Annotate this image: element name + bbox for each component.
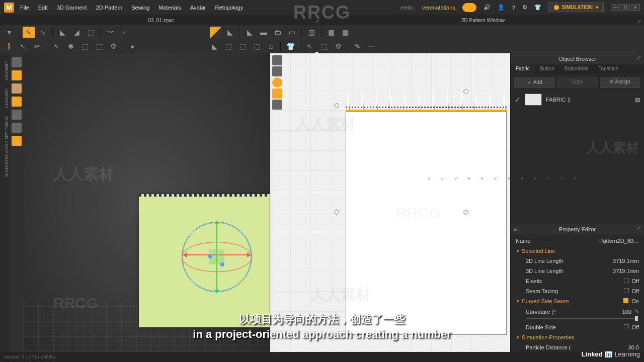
- fabric-swatch[interactable]: [525, 94, 542, 106]
- tool-line[interactable]: ⟋: [118, 27, 130, 38]
- tab-2d-window[interactable]: 2D Pattern Window ⤢: [322, 18, 644, 23]
- tool-g4[interactable]: ⬚: [251, 41, 263, 52]
- tab-buttonhole[interactable]: Buttonhole: [559, 64, 594, 74]
- tool-rect[interactable]: ▬: [258, 27, 270, 38]
- cloud-icon[interactable]: [462, 3, 476, 12]
- texture-view-icon[interactable]: [12, 70, 22, 80]
- tab-3d-window[interactable]: 03_01.zpac ⤢: [0, 18, 322, 23]
- prop-seam-value[interactable]: Off: [589, 288, 639, 294]
- material-view-icon[interactable]: [12, 97, 22, 107]
- tool-f6[interactable]: ⬚: [93, 41, 105, 52]
- close-button[interactable]: ×: [631, 4, 640, 11]
- 2d-icon-material[interactable]: [272, 88, 282, 99]
- tab-topstitch[interactable]: Topstitch: [594, 64, 623, 74]
- tool-folder[interactable]: 🗀: [272, 27, 284, 38]
- copy-button[interactable]: Copy: [556, 76, 598, 88]
- head-icon[interactable]: [12, 123, 22, 133]
- vtab-history[interactable]: HISTORY: [0, 84, 10, 113]
- tool-iron[interactable]: ⌂: [265, 41, 277, 52]
- tool-e[interactable]: ◣: [244, 27, 256, 38]
- vtab-modular[interactable]: MODULAR CONFIGURATOR: [0, 113, 10, 181]
- menu-edit[interactable]: Edit: [38, 5, 48, 11]
- 2d-icon-2[interactable]: [272, 66, 282, 76]
- menu-2dpattern[interactable]: 2D Pattern: [96, 5, 123, 11]
- tool-columns[interactable]: ▥: [305, 27, 317, 38]
- reset-icon[interactable]: ✎: [634, 308, 639, 315]
- tool-a[interactable]: ◣: [56, 27, 68, 38]
- gizmo-handle[interactable]: [220, 262, 224, 266]
- vtab-library[interactable]: LIBRARY: [0, 57, 10, 84]
- tool-grid[interactable]: ▦: [325, 27, 337, 38]
- tool-f4[interactable]: ✱: [65, 41, 77, 52]
- prop-curvature-value[interactable]: 100: [581, 309, 631, 315]
- tool-g1[interactable]: ◣: [208, 41, 220, 52]
- tool-b[interactable]: ◢: [70, 27, 83, 38]
- tool-h1[interactable]: ↖: [304, 41, 316, 52]
- sound-icon[interactable]: 🔊: [484, 4, 491, 11]
- menu-3dgarment[interactable]: 3D Garment: [57, 5, 87, 11]
- avatar-view-icon[interactable]: [12, 83, 22, 94]
- tool-shirt[interactable]: 👕: [284, 41, 296, 52]
- 3d-viewport[interactable]: 人人素材 RRCG RRCG: [23, 53, 270, 352]
- pattern-icon[interactable]: [12, 110, 22, 120]
- tool-move[interactable]: ⤡: [37, 27, 49, 38]
- tool-triangle[interactable]: [210, 27, 222, 38]
- menu-file[interactable]: File: [20, 5, 29, 11]
- help-icon[interactable]: ?: [512, 5, 515, 11]
- collapse-icon[interactable]: «: [514, 226, 517, 232]
- shirt-view-icon[interactable]: [12, 57, 22, 67]
- tool-pen[interactable]: ✎: [352, 41, 364, 52]
- 2d-icon-5[interactable]: [272, 100, 282, 110]
- globe-icon[interactable]: [12, 136, 22, 146]
- section-sim-props[interactable]: ▼ Simulation Properties: [511, 332, 644, 342]
- gizmo-handle[interactable]: [208, 254, 212, 258]
- tool-select[interactable]: ↖: [23, 27, 35, 38]
- tab-fabric[interactable]: Fabric: [511, 64, 535, 74]
- popout-icon[interactable]: ⤢: [636, 54, 641, 61]
- section-selected-line[interactable]: ▼ Selected Line: [511, 246, 644, 256]
- curvature-slider[interactable]: [526, 318, 638, 319]
- menu-avatar[interactable]: Avatar: [190, 5, 206, 11]
- tool-h2[interactable]: ⬚: [318, 41, 330, 52]
- tool-c[interactable]: ⬚: [85, 27, 97, 38]
- pattern-piece[interactable]: vvvvvvvvvvvv: [346, 111, 507, 335]
- tool-gear[interactable]: ⚙: [107, 41, 119, 52]
- menu-sewing[interactable]: Sewing: [131, 5, 149, 11]
- tool-f5[interactable]: ⬚: [79, 41, 91, 52]
- 2d-icon-info[interactable]: [272, 77, 282, 87]
- tool-d[interactable]: ◣: [224, 27, 236, 38]
- transform-gizmo[interactable]: [179, 219, 255, 295]
- prop-elastic-value[interactable]: Off: [589, 278, 639, 284]
- assign-button[interactable]: ≡' Assign: [599, 76, 641, 88]
- 2d-viewport[interactable]: ↖ vvvvvvvvvvvv 人人素材 RRCG 人人素材: [270, 53, 510, 352]
- tool-curve[interactable]: 〰: [104, 27, 116, 38]
- popout-icon[interactable]: ⤢: [636, 225, 641, 231]
- 2d-icon-1[interactable]: [272, 55, 282, 65]
- minimize-button[interactable]: —: [611, 4, 620, 11]
- tool-gear2[interactable]: ⚙: [332, 41, 344, 52]
- tool-f2[interactable]: ✂: [31, 41, 43, 52]
- tab-button[interactable]: Button: [535, 64, 559, 74]
- username[interactable]: verenatatiana: [422, 5, 456, 11]
- menu-retopology[interactable]: Retopology: [215, 5, 244, 11]
- tool-walk[interactable]: 🚶: [3, 41, 15, 52]
- prop-name-value[interactable]: Pattern2D_80…: [589, 238, 639, 244]
- user-icon[interactable]: 👤: [498, 4, 505, 11]
- menu-materials[interactable]: Materials: [158, 5, 181, 11]
- prop-double-value[interactable]: Off: [589, 324, 639, 330]
- gear-icon[interactable]: ⚙: [522, 4, 527, 11]
- tool-f3[interactable]: ↖: [51, 41, 63, 52]
- tool-g3[interactable]: ⬚: [236, 41, 249, 52]
- section-curved-side[interactable]: ▼ Curved Side Geom On: [511, 296, 644, 306]
- tool-f7[interactable]: ▸: [127, 41, 139, 52]
- tool-dots[interactable]: ⋯: [366, 41, 378, 52]
- maximize-button[interactable]: □: [621, 4, 630, 11]
- fabric-item[interactable]: ✓ FABRIC 1 ▤: [511, 90, 644, 109]
- tool-grid2[interactable]: ▦: [339, 27, 351, 38]
- prop-particle-value[interactable]: 30.0: [589, 344, 639, 350]
- fabric-menu-icon[interactable]: ▤: [635, 97, 640, 103]
- tool-g2[interactable]: ⬚: [222, 41, 234, 52]
- shirt-icon[interactable]: 👕: [534, 4, 541, 11]
- popout-icon[interactable]: ⤢: [315, 19, 319, 24]
- simulation-button[interactable]: SIMULATION ▾: [548, 3, 604, 12]
